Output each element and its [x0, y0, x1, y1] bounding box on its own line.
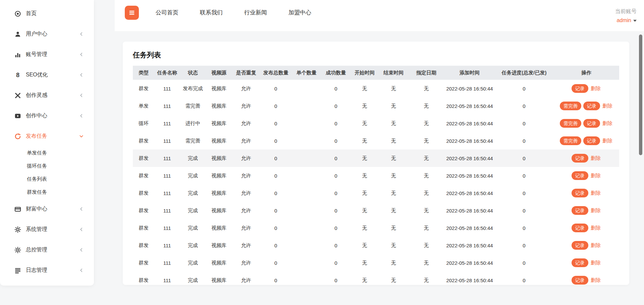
- cell-start: 无: [350, 97, 379, 115]
- cell-actions: 记录删除: [553, 219, 619, 237]
- sidebar-item-5[interactable]: 创作中心: [0, 106, 94, 126]
- delete-link[interactable]: 删除: [602, 120, 612, 126]
- record-button[interactable]: 记录: [572, 171, 588, 180]
- delete-link[interactable]: 删除: [591, 225, 601, 231]
- cell-added: 2022-05-28 16:50:44: [444, 149, 494, 167]
- sidebar-item-3[interactable]: 8SEO优化: [0, 65, 94, 85]
- sidebar-item-label: 创作灵感: [26, 92, 47, 99]
- cell-start: 无: [350, 254, 379, 271]
- sidebar-item-8[interactable]: 系统管理: [0, 219, 94, 240]
- cell-name: 111: [154, 132, 180, 149]
- cell-total: 0: [260, 219, 291, 237]
- cell-type: 群发: [133, 202, 154, 219]
- cell-date: 无: [408, 132, 445, 149]
- sidebar-item-9[interactable]: 总控管理: [0, 240, 94, 260]
- menu-toggle-button[interactable]: [125, 6, 139, 20]
- account-area: 当前账号 admin: [615, 8, 637, 23]
- cell-date: 无: [408, 254, 445, 271]
- cell-success: 0: [322, 184, 351, 202]
- column-header-8: 开始时间: [350, 66, 379, 80]
- needs-completion-button[interactable]: 需完善: [560, 119, 581, 128]
- cell-status: 完成: [180, 202, 206, 219]
- sidebar-item-0[interactable]: 首页: [0, 3, 94, 24]
- table-row: 单发111需完善视频库允许00无无无2022-05-28 16:50:440需完…: [133, 97, 619, 115]
- cell-added: 2022-05-28 16:50:44: [444, 271, 494, 285]
- sidebar-item-10[interactable]: 日志管理: [0, 260, 94, 281]
- cell-progress: 0: [495, 115, 553, 132]
- sidebar-subitem-0[interactable]: 单发任务: [0, 146, 94, 160]
- delete-link[interactable]: 删除: [591, 85, 601, 91]
- sidebar-subitem-2[interactable]: 任务列表: [0, 173, 94, 186]
- cell-repeat: 允许: [232, 219, 260, 237]
- record-button[interactable]: 记录: [572, 258, 588, 267]
- cell-source: 视频库: [206, 149, 232, 167]
- cell-repeat: 允许: [232, 149, 260, 167]
- cell-progress: 0: [495, 254, 553, 271]
- cell-added: 2022-05-28 16:50:44: [444, 219, 494, 237]
- record-button[interactable]: 记录: [583, 119, 600, 128]
- cell-status: 完成: [180, 167, 206, 184]
- topnav-item-3[interactable]: 加盟中心: [288, 9, 311, 16]
- cell-repeat: 允许: [232, 80, 260, 97]
- sidebar-subitem-3[interactable]: 群发任务: [0, 186, 94, 199]
- record-button[interactable]: 记录: [572, 84, 588, 93]
- cell-name: 111: [154, 184, 180, 202]
- record-button[interactable]: 记录: [572, 276, 588, 285]
- chevron-left-icon: [79, 113, 84, 118]
- cell-single: [291, 97, 322, 115]
- sidebar-item-7[interactable]: 财富中心: [0, 199, 94, 219]
- delete-link[interactable]: 删除: [591, 155, 601, 161]
- cell-start: 无: [350, 80, 379, 97]
- cell-progress: 0: [495, 237, 553, 254]
- cell-source: 视频库: [206, 219, 232, 237]
- topnav-item-0[interactable]: 公司首页: [156, 9, 178, 16]
- cell-repeat: 允许: [232, 271, 260, 285]
- column-header-10: 指定日期: [408, 66, 445, 80]
- sidebar-item-2[interactable]: 账号管理: [0, 44, 94, 65]
- cell-date: 无: [408, 237, 445, 254]
- sidebar-item-label: SEO优化: [26, 71, 48, 78]
- sidebar-subitem-1[interactable]: 循环任务: [0, 160, 94, 173]
- record-button[interactable]: 记录: [572, 224, 588, 233]
- delete-link[interactable]: 删除: [591, 190, 601, 196]
- delete-link[interactable]: 删除: [591, 207, 601, 213]
- needs-completion-button[interactable]: 需完善: [560, 136, 581, 145]
- topnav-item-2[interactable]: 行业新闻: [244, 9, 267, 16]
- cell-end: 无: [379, 254, 408, 271]
- record-button[interactable]: 记录: [583, 136, 600, 145]
- table-header-row: 类型任务名称状态视频源是否重复发布总数量单个数量成功数量开始时间结束时间指定日期…: [133, 66, 619, 80]
- delete-link[interactable]: 删除: [602, 138, 612, 143]
- record-button[interactable]: 记录: [583, 102, 600, 111]
- delete-link[interactable]: 删除: [591, 173, 601, 178]
- svg-text:8: 8: [16, 72, 19, 78]
- cell-type: 循环: [133, 115, 154, 132]
- column-header-9: 结束时间: [379, 66, 408, 80]
- cell-success: 0: [322, 254, 351, 271]
- needs-completion-button[interactable]: 需完善: [560, 102, 581, 111]
- record-button[interactable]: 记录: [572, 189, 588, 198]
- cell-total: 0: [260, 97, 291, 115]
- sidebar-item-6[interactable]: 发布任务: [0, 126, 94, 146]
- cell-end: 无: [379, 167, 408, 184]
- cell-actions: 记录删除: [553, 237, 619, 254]
- delete-link[interactable]: 删除: [591, 242, 601, 248]
- record-button[interactable]: 记录: [572, 206, 588, 215]
- record-button[interactable]: 记录: [572, 241, 588, 250]
- cell-date: 无: [408, 219, 445, 237]
- cell-total: 0: [260, 149, 291, 167]
- cell-status: 需完善: [180, 97, 206, 115]
- account-dropdown[interactable]: admin: [615, 17, 637, 23]
- delete-link[interactable]: 删除: [602, 103, 612, 109]
- cell-source: 视频库: [206, 97, 232, 115]
- delete-link[interactable]: 删除: [591, 260, 601, 265]
- cell-single: [291, 184, 322, 202]
- sidebar-item-1[interactable]: 用户中心: [0, 24, 94, 44]
- cell-single: [291, 219, 322, 237]
- delete-link[interactable]: 删除: [591, 277, 601, 283]
- column-header-13: 操作: [553, 66, 619, 80]
- scrollbar[interactable]: [639, 35, 642, 155]
- sidebar-item-4[interactable]: 创作灵感: [0, 85, 94, 106]
- cell-type: 群发: [133, 132, 154, 149]
- topnav-item-1[interactable]: 联系我们: [200, 9, 223, 16]
- record-button[interactable]: 记录: [572, 154, 588, 163]
